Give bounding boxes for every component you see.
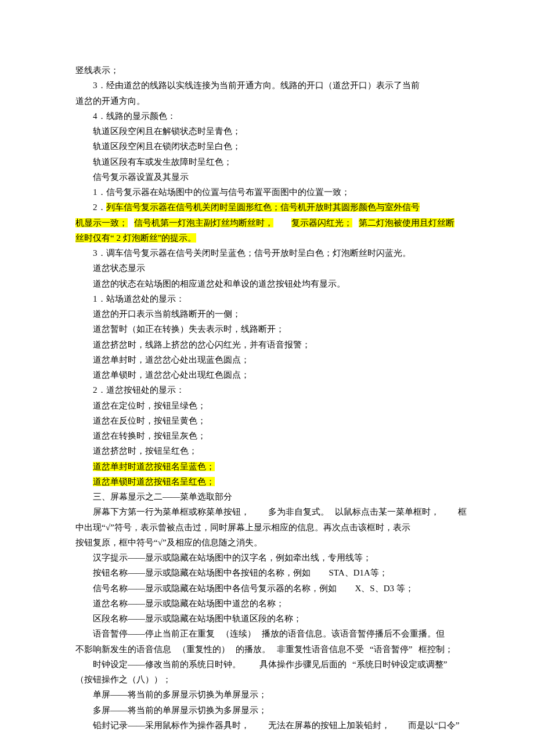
- paragraph: 道岔在定位时，按钮呈绿色；: [75, 398, 470, 413]
- highlight-text: 复示器闪红光；: [291, 218, 352, 227]
- text: 2．: [93, 202, 106, 212]
- paragraph: 道岔单锁时，道岔岔心处出现红色圆点；: [75, 367, 470, 382]
- paragraph: 汉字提示——显示或隐藏在站场图中的汉字名，例如牵出线，专用线等；: [75, 550, 470, 565]
- paragraph: 时钟设定——修改当前的系统日时钟。具体操作步骤见后面的“系统日时钟设定或调整”: [75, 657, 470, 672]
- paragraph-highlight: 道岔单封时道岔按钮名呈蓝色；: [75, 459, 470, 474]
- paragraph: 信号名称——显示或隐藏在站场图中各信号复示器的名称，例如X、S、D3 等；: [75, 581, 470, 596]
- paragraph: 道岔状态显示: [75, 261, 470, 276]
- paragraph: 1．信号复示器在站场图中的位置与信号布置平面图中的位置一致；: [75, 185, 470, 200]
- paragraph: 道岔的开口表示当前线路断开的一侧；: [75, 306, 470, 321]
- text: 道岔在反位时，按钮呈黄色；: [93, 416, 206, 425]
- paragraph: 轨道区段空闲且在锁闭状态时呈白色；: [75, 139, 470, 154]
- paragraph: 多屏——将当前的单屏显示切换为多屏显示；: [75, 703, 470, 718]
- text: 多为非自复式。: [268, 507, 329, 516]
- paragraph: 不影响新发生的语音信息（重复性的）的播放。非重复性语音信息不受“语音暂停”框控制…: [75, 642, 470, 657]
- text: 具体操作步骤见后面的: [259, 660, 347, 669]
- highlight-text: 机显示一致；: [75, 218, 128, 227]
- paragraph: 屏幕下方第一行为菜单框或称菜单按钮，多为非自复式。以鼠标点击某一菜单框时，框: [75, 504, 470, 519]
- highlight-text: 丝时仅有“ 2 灯泡断丝”的提示。: [75, 233, 196, 243]
- paragraph-highlight: 丝时仅有“ 2 灯泡断丝”的提示。: [75, 230, 470, 245]
- paragraph: （按钮操作之（八））；: [75, 672, 470, 687]
- text: 信号复示器设置及其显示: [93, 172, 189, 182]
- text: 无法在屏幕的按钮上加装铅封，: [268, 721, 390, 730]
- paragraph: 3．经由道岔的线路以实线连接为当前开通方向。线路的开口（道岔开口）表示了当前: [75, 78, 470, 93]
- text: 道岔挤岔时，线路上挤岔的岔心闪红光，并有语音报警；: [93, 340, 311, 349]
- text: 轨道区段空闲且在锁闭状态时呈白色；: [93, 142, 241, 151]
- text: 1．信号复示器在站场图中的位置与信号布置平面图中的位置一致；: [93, 187, 350, 197]
- text: X、S、D3 等；: [355, 584, 414, 593]
- text: 道岔的开通方向。: [75, 96, 145, 106]
- paragraph: 道岔挤岔时，按钮呈红色；: [75, 443, 470, 458]
- text: 竖线表示；: [75, 66, 119, 75]
- text: 语音暂停——停止当前正在重复: [93, 629, 215, 638]
- text: 3．经由道岔的线路以实线连接为当前开通方向。线路的开口（道岔开口）表示了当前: [93, 81, 420, 90]
- paragraph: 区段名称——显示或隐藏在站场图中轨道区段的名称；: [75, 611, 470, 626]
- text: 单屏——将当前的多屏显示切换为单屏显示；: [93, 690, 267, 699]
- paragraph: 信号复示器设置及其显示: [75, 169, 470, 185]
- text: 道岔在转换时，按钮呈灰色；: [93, 431, 206, 440]
- text: 框: [458, 507, 467, 516]
- document-page: 竖线表示； 3．经由道岔的线路以实线连接为当前开通方向。线路的开口（道岔开口）表…: [0, 0, 534, 756]
- paragraph: 轨道区段有车或发生故障时呈红色；: [75, 154, 470, 169]
- text: 3．调车信号复示器在信号关闭时呈蓝色；信号开放时呈白色；灯泡断丝时闪蓝光。: [93, 248, 411, 258]
- paragraph: 4．线路的显示颜色：: [75, 108, 470, 124]
- paragraph: 三、屏幕显示之二——菜单选取部分: [75, 489, 470, 504]
- text: 道岔名称——显示或隐藏在站场图中道岔的名称；: [93, 599, 284, 608]
- text: 时钟设定——修改当前的系统日时钟。: [93, 660, 241, 669]
- paragraph: 单屏——将当前的多屏显示切换为单屏显示；: [75, 687, 470, 702]
- paragraph: 竖线表示；: [75, 63, 470, 78]
- text: 框控制；: [418, 645, 453, 654]
- text: 铅封记录——采用鼠标作为操作器具时，: [93, 721, 250, 730]
- paragraph: 道岔的开通方向。: [75, 93, 470, 108]
- text: 区段名称——显示或隐藏在站场图中轨道区段的名称；: [93, 614, 302, 623]
- paragraph-highlight: 机显示一致；信号机第一灯泡主副灯丝均断丝时，复示器闪红光；第二灯泡被使用且灯丝断: [75, 215, 470, 230]
- paragraph: 道岔挤岔时，线路上挤岔的岔心闪红光，并有语音报警；: [75, 337, 470, 352]
- text: 非重复性语音信息不受: [277, 645, 364, 654]
- text: “语音暂停”: [370, 645, 412, 654]
- paragraph-highlight: 道岔单锁时道岔按钮名呈红色；: [75, 474, 470, 489]
- paragraph-highlight: 2．列车信号复示器在信号机关闭时呈圆形红色；信号机开放时其圆形颜色与室外信号: [75, 200, 470, 215]
- highlight-text: 信号机第一灯泡主副灯丝均断丝时，: [134, 218, 273, 227]
- text: 的播放。: [236, 645, 270, 654]
- paragraph: 道岔在反位时，按钮呈黄色；: [75, 413, 470, 428]
- text: 轨道区段有车或发生故障时呈红色；: [93, 157, 232, 167]
- paragraph: 按钮名称——显示或隐藏在站场图中各按钮的名称，例如STA、D1A等；: [75, 565, 470, 580]
- text: （连续）: [221, 629, 256, 638]
- text: 道岔挤岔时，按钮呈红色；: [93, 446, 197, 455]
- paragraph: 道岔的状态在站场图的相应道岔处和单设的道岔按钮处均有显示。: [75, 276, 470, 291]
- paragraph: 2．道岔按钮处的显示：: [75, 382, 470, 397]
- text: 道岔在定位时，按钮呈绿色；: [93, 401, 206, 410]
- text: 信号名称——显示或隐藏在站场图中各信号复示器的名称，例如: [93, 584, 337, 593]
- text: 道岔的开口表示当前线路断开的一侧；: [93, 309, 241, 319]
- paragraph: 道岔名称——显示或隐藏在站场图中道岔的名称；: [75, 596, 470, 611]
- text: 道岔的状态在站场图的相应道岔处和单设的道岔按钮处均有显示。: [93, 279, 345, 288]
- text: （按钮操作之（八））；: [75, 675, 171, 684]
- text: 播放的语音信息。该语音暂停播后不会重播。但: [262, 629, 445, 638]
- text: 汉字提示——显示或隐藏在站场图中的汉字名，例如牵出线，专用线等；: [93, 553, 371, 562]
- paragraph: 3．调车信号复示器在信号关闭时呈蓝色；信号开放时呈白色；灯泡断丝时闪蓝光。: [75, 245, 470, 261]
- paragraph: 语音暂停——停止当前正在重复（连续）播放的语音信息。该语音暂停播后不会重播。但: [75, 626, 470, 641]
- paragraph: 道岔暂时（如正在转换）失去表示时，线路断开；: [75, 321, 470, 337]
- highlight-text: 道岔单封时道岔按钮名呈蓝色；: [93, 462, 215, 471]
- paragraph: 铅封记录——采用鼠标作为操作器具时，无法在屏幕的按钮上加装铅封，而是以“口令”: [75, 718, 470, 733]
- paragraph: 道岔在转换时，按钮呈灰色；: [75, 428, 470, 443]
- paragraph: 按钮复原，框中符号“√”及相应的信息随之消失。: [75, 535, 470, 550]
- text: （重复性的）: [178, 645, 230, 654]
- text: 而是以“口令”: [408, 721, 459, 730]
- text: 屏幕下方第一行为菜单框或称菜单按钮，: [93, 507, 250, 516]
- text: 2．道岔按钮处的显示：: [93, 385, 185, 395]
- paragraph: 道岔单封时，道岔岔心处出现蓝色圆点；: [75, 352, 470, 367]
- text: 1．站场道岔处的显示：: [93, 294, 185, 303]
- paragraph: 轨道区段空闲且在解锁状态时呈青色；: [75, 124, 470, 139]
- text: 4．线路的显示颜色：: [93, 111, 176, 121]
- highlight-text: 列车信号复示器在信号机关闭时呈圆形红色；信号机开放时其圆形颜色与室外信号: [106, 202, 420, 212]
- text: 多屏——将当前的单屏显示切换为多屏显示；: [93, 706, 267, 715]
- text: 三、屏幕显示之二——菜单选取部分: [93, 492, 232, 501]
- text: 不影响新发生的语音信息: [75, 645, 171, 654]
- paragraph: 中出现“√”符号，表示曾被点击过，同时屏幕上显示相应的信息。再次点击该框时，表示: [75, 520, 470, 535]
- text: 按钮名称——显示或隐藏在站场图中各按钮的名称，例如: [93, 568, 311, 577]
- text: 中出现“√”符号，表示曾被点击过，同时屏幕上显示相应的信息。再次点击该框时，表示: [75, 523, 410, 532]
- text: 轨道区段空闲且在解锁状态时呈青色；: [93, 126, 241, 136]
- text: “系统日时钟设定或调整”: [352, 660, 447, 669]
- text: 道岔单封时，道岔岔心处出现蓝色圆点；: [93, 355, 250, 364]
